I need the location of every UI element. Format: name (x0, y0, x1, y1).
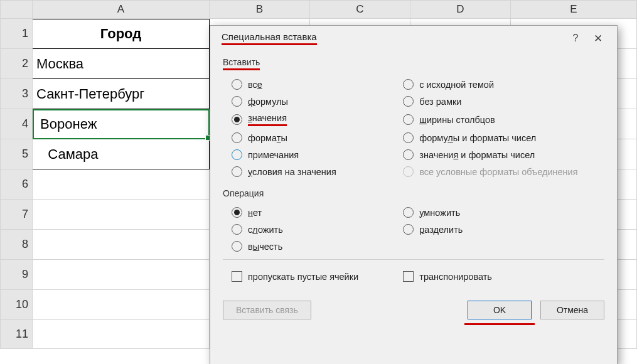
radio-op-add[interactable]: сложить (232, 224, 403, 235)
cell-a11[interactable] (33, 320, 210, 349)
cell-a9[interactable] (33, 260, 210, 290)
column-header-e[interactable]: E (511, 0, 637, 19)
radio-values[interactable]: значения (232, 113, 403, 126)
row-header-11[interactable]: 11 (0, 320, 33, 349)
checkbox-transpose[interactable]: транспонировать (403, 271, 604, 282)
radio-no-border[interactable]: без рамки (403, 96, 604, 107)
radio-all-merging-conditional-formats: все условные форматы объединения (403, 166, 604, 177)
radio-formats[interactable]: форматы (232, 132, 403, 143)
radio-all[interactable]: все (232, 79, 403, 90)
row-header-4[interactable]: 4 (0, 109, 33, 139)
column-header-d[interactable]: D (410, 0, 511, 19)
cell-a8[interactable] (33, 230, 210, 260)
row-header-9[interactable]: 9 (0, 260, 33, 290)
checkbox-skip-blanks[interactable]: пропускать пустые ячейки (232, 271, 403, 282)
radio-source-theme[interactable]: с исходной темой (403, 79, 604, 90)
radio-op-none[interactable]: нет (232, 207, 403, 218)
radio-column-widths[interactable]: ширины столбцов (403, 113, 604, 126)
row-header-2[interactable]: 2 (0, 49, 33, 79)
row-header-6[interactable]: 6 (0, 169, 33, 200)
radio-op-divide[interactable]: разделить (403, 224, 604, 235)
cell-a2[interactable]: Москва (33, 49, 210, 79)
row-header-1[interactable]: 1 (0, 19, 33, 49)
column-header-b[interactable]: B (210, 0, 310, 19)
column-header-c[interactable]: C (310, 0, 410, 19)
dialog-title: Специальная вставка (222, 31, 564, 45)
row-header-7[interactable]: 7 (0, 200, 33, 230)
radio-op-multiply[interactable]: умножить (403, 207, 604, 218)
radio-op-subtract[interactable]: вычесть (232, 241, 403, 252)
cell-a10[interactable] (33, 290, 210, 320)
paste-special-dialog: Специальная вставка ? ✕ Вставить все с и… (210, 25, 618, 364)
radio-formulas[interactable]: формулы (232, 96, 403, 107)
select-all-corner[interactable] (0, 0, 33, 19)
radio-formulas-number-formats[interactable]: формулы и форматы чисел (403, 132, 604, 143)
radio-validation[interactable]: условия на значения (232, 166, 403, 177)
group-paste-label: Вставить (223, 57, 604, 70)
cancel-button[interactable]: Отмена (540, 301, 604, 319)
ok-button[interactable]: OK (468, 301, 532, 319)
cell-a6[interactable] (33, 169, 210, 200)
row-header-3[interactable]: 3 (0, 79, 33, 109)
cell-a1[interactable]: Город (33, 19, 210, 49)
radio-comments[interactable]: примечания (232, 149, 403, 160)
help-button[interactable]: ? (564, 33, 587, 44)
row-header-8[interactable]: 8 (0, 230, 33, 260)
group-operation-label: Операция (223, 188, 604, 198)
row-header-10[interactable]: 10 (0, 290, 33, 320)
cell-a4[interactable]: Воронеж (33, 109, 210, 139)
radio-values-number-formats[interactable]: значения и форматы чисел (403, 149, 604, 160)
cell-a3[interactable]: Сакнт-Петербург (33, 79, 210, 109)
row-header-5[interactable]: 5 (0, 139, 33, 169)
cell-a5[interactable]: Самара (33, 139, 210, 169)
column-header-a[interactable]: A (33, 0, 210, 19)
cell-a7[interactable] (33, 200, 210, 230)
paste-link-button: Вставить связь (223, 301, 311, 319)
close-icon[interactable]: ✕ (587, 32, 609, 45)
